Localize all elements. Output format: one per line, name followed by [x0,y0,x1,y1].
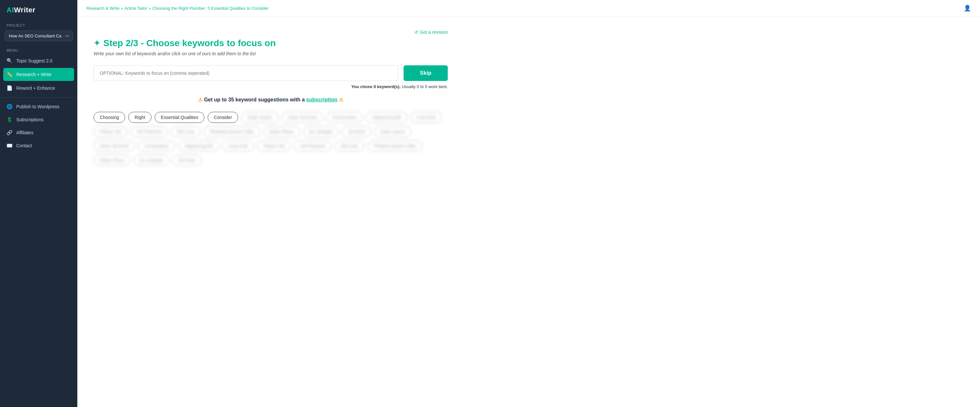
keyword-chip-blurred: Consectetur [326,112,363,123]
keyword-chip-blurred: Pharetra Dictum Odio [204,126,260,137]
keyword-chip-blurred: Vel Pharetra [130,126,168,137]
subscription-link[interactable]: subscription [306,97,337,102]
breadcrumb: Research & Write » Article Tailor » Choo… [86,6,268,11]
revision-icon: ↺ [414,30,418,35]
keyword-count: You chose 0 keyword(s). Usually 0 to 5 w… [94,84,448,89]
keywords-cloud: ChoosingRightEssential QualitiesConsider… [94,112,448,166]
logo-ai: AI [6,6,14,14]
keyword-chip-blurred: Eu Volutpat [134,155,169,166]
nav-menu: 🔍 Topic Suggest 2.0 ✏️ Research + Write … [0,54,77,152]
logo: AIWriter [6,6,35,14]
sidebar-item-reword-enhance[interactable]: 📄 Reword + Enhance [0,81,77,94]
user-icon[interactable]: 👤 [964,5,971,12]
sidebar-item-affiliates[interactable]: 🔗 Affiliates [0,126,77,139]
keyword-chip[interactable]: Right [128,112,151,123]
get-revision-button[interactable]: ↺ Get a revision [414,30,448,35]
step-title: ✦ Step 2/3 - Choose keywords to focus on [94,38,448,48]
warning-icon-left: ⚠ [198,97,202,102]
keyword-count-bold: You chose 0 keyword(s). [351,84,400,89]
step-icon: ✦ [94,39,100,48]
subscriptions-icon: 💲 [6,117,12,123]
project-label: Project [0,19,77,29]
revision-btn-label: Get a revision [420,30,448,35]
contact-icon: ✉️ [6,143,12,148]
affiliates-icon: 🔗 [6,130,12,136]
topic-suggest-label: Topic Suggest 2.0 [16,58,52,63]
keyword-chip-blurred: Elit Cras [171,126,200,137]
keyword-chip[interactable]: Essential Qualities [155,112,204,123]
topic-suggest-icon: 🔍 [6,58,12,64]
keyword-chip-blurred: Sit Amet [342,126,371,137]
project-select-wrapper: How An SEO Consultant Ca [0,29,77,46]
keyword-chip-blurred: Fiebus Vel [257,140,291,152]
keyword-chip-blurred: Etiam Risus [263,126,300,137]
reword-enhance-label: Reword + Enhance [16,86,55,91]
keyword-chip-blurred: Sit Amet [172,155,202,166]
breadcrumb-sep-2: » [148,6,151,11]
affiliates-label: Affiliates [16,130,33,135]
publish-wordpress-icon: 🌐 [6,104,12,110]
subscription-pre-text: Get up to 35 keyword suggestions with a [204,97,306,102]
keyword-chip-blurred: Consectetur [138,140,175,152]
breadcrumb-item-1[interactable]: Article Tailor [124,6,148,11]
logo-area: AIWriter [0,0,77,19]
keyword-chip-blurred: Etiam Risus [94,155,130,166]
sidebar-item-subscriptions[interactable]: 💲 Subscriptions [0,113,77,126]
sidebar-item-topic-suggest[interactable]: 🔍 Topic Suggest 2.0 [0,54,77,67]
contact-label: Contact [16,143,32,148]
step-title-text: Step 2/3 - Choose keywords to focus on [103,38,276,48]
keyword-chip-blurred: Cras Erat [222,140,254,152]
keyword-chip-blurred: Adipiscing Elit [366,112,407,123]
breadcrumb-sep-1: » [121,6,123,11]
breadcrumb-item-0[interactable]: Research & Write [86,6,119,11]
publish-wordpress-label: Publish to Wordpress [16,104,59,109]
keyword-chip-blurred: Dolor Ipsum [242,112,278,123]
research-write-icon: ✏️ [6,72,12,77]
main-area: Research & Write » Article Tailor » Choo… [77,0,980,407]
revision-link-area: ↺ Get a revision [94,30,448,35]
project-select[interactable]: How An SEO Consultant Ca [5,30,73,41]
keyword-chip-blurred: Elit Cras [335,140,364,152]
keyword-count-normal: Usually 0 to 5 work best. [402,84,448,89]
keyword-chip-blurred: Dolor Sit Amet [94,140,135,152]
keyword-chip-blurred: Adipiscing Elit [178,140,219,152]
keywords-input-row: Skip [94,65,448,81]
keyword-chip-blurred: Dolor Sit Amet [282,112,323,123]
topbar: Research & Write » Article Tailor » Choo… [77,0,980,17]
subscriptions-label: Subscriptions [16,117,43,122]
logo-writer: Writer [14,6,35,14]
warning-icon-right: ⚠ [339,97,343,102]
keyword-chip-blurred: Vel Pharetra [294,140,331,152]
content-area: ↺ Get a revision ✦ Step 2/3 - Choose key… [77,17,467,179]
keywords-input[interactable] [94,65,398,81]
keyword-chip-blurred: Eu Volutpat [303,126,339,137]
step-subtitle: Write your own list of keywords and/or c… [94,51,448,56]
keyword-chip-blurred: Dolor Ipsum [374,126,411,137]
keyword-chip-blurred: Fiebus Vel [94,126,127,137]
keyword-chip[interactable]: Consider [208,112,238,123]
reword-enhance-icon: 📄 [6,85,12,91]
menu-label: Menu [0,46,77,54]
keyword-chip-blurred: Phaetra Dictum Odio [368,140,422,152]
breadcrumb-item-2: Choosing the Right Plumber: 5 Essential … [153,6,269,11]
research-write-label: Research + Write [16,72,51,77]
sidebar-item-research-write[interactable]: ✏️ Research + Write [3,68,74,81]
keyword-chip-blurred: Cras Erat [410,112,442,123]
sidebar: AIWriter Project How An SEO Consultant C… [0,0,77,407]
subscription-banner: ⚠ Get up to 35 keyword suggestions with … [94,97,448,103]
keyword-chip[interactable]: Choosing [94,112,125,123]
skip-button[interactable]: Skip [404,65,448,81]
sidebar-item-publish-wordpress[interactable]: 🌐 Publish to Wordpress [0,100,77,113]
sidebar-item-contact[interactable]: ✉️ Contact [0,139,77,152]
